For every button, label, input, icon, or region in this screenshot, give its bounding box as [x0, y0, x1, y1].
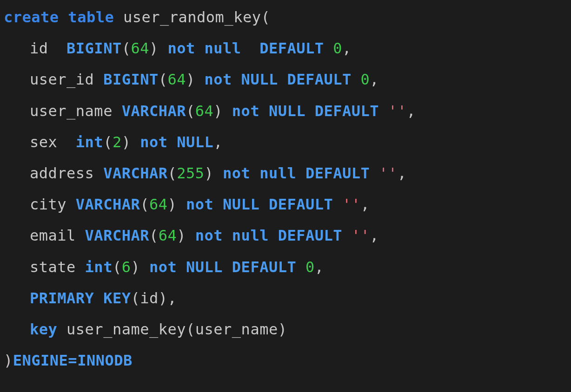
line-create: create table user_random_key( — [4, 2, 567, 33]
column-id: id BIGINT(64) not null DEFAULT 0, — [4, 33, 567, 64]
keyword-create: create — [4, 8, 59, 26]
column-user-id: user_id BIGINT(64) not NULL DEFAULT 0, — [4, 64, 567, 95]
column-email: email VARCHAR(64) not null DEFAULT '', — [4, 220, 567, 251]
column-state: state int(6) not NULL DEFAULT 0, — [4, 252, 567, 283]
line-engine: )ENGINE=INNODB — [4, 345, 567, 376]
table-name: user_random_key — [123, 8, 261, 26]
index-key: key user_name_key(user_name) — [4, 314, 567, 345]
engine-clause: ENGINE=INNODB — [13, 352, 133, 369]
column-user-name: user_name VARCHAR(64) not NULL DEFAULT '… — [4, 96, 567, 127]
column-address: address VARCHAR(255) not null DEFAULT ''… — [4, 158, 567, 189]
column-sex: sex int(2) not NULL, — [4, 127, 567, 158]
primary-key: PRIMARY KEY(id), — [4, 283, 567, 314]
sql-code-block: create table user_random_key(id BIGINT(6… — [4, 2, 567, 376]
column-city: city VARCHAR(64) not NULL DEFAULT '', — [4, 189, 567, 220]
keyword-table: table — [68, 8, 114, 26]
open-paren: ( — [261, 8, 270, 26]
